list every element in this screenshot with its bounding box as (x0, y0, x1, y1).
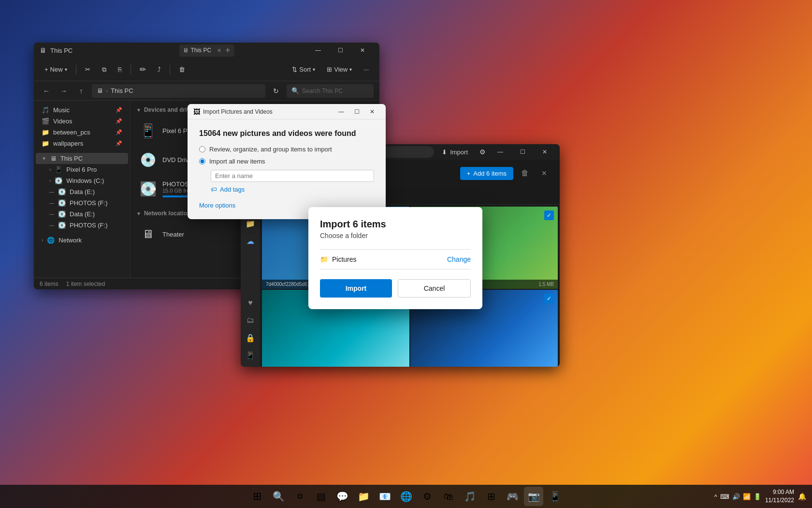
photos-minimize[interactable]: — (489, 144, 511, 160)
search-button[interactable]: 🔍 (269, 487, 288, 506)
sort-button[interactable]: ⇅ Sort ▾ (287, 62, 320, 77)
mail-taskbar-icon[interactable]: 📧 (375, 487, 394, 506)
photos-nav-lock[interactable]: 🔒 (243, 330, 258, 345)
edge-taskbar-icon[interactable]: 🌐 (396, 487, 416, 506)
tab-label: This PC (190, 47, 211, 54)
radio-option-review[interactable]: Review, organize, and group items to imp… (199, 146, 374, 153)
sidebar-label: PHOTOS (F:) (70, 222, 107, 229)
close-button[interactable]: ✕ (351, 43, 374, 58)
photos-close[interactable]: ✕ (534, 144, 556, 160)
sidebar-item-pixel6pro[interactable]: › 📱 Pixel 6 Pro (36, 164, 128, 175)
sidebar: 🎵 Music 📌 🎬 Videos 📌 📁 between_pcs 📌 📁 w… (34, 101, 130, 278)
paste-button[interactable]: ⎘ (113, 62, 127, 77)
network-icon[interactable]: 📶 (743, 493, 751, 500)
search-box[interactable]: 🔍 Search This PC (287, 84, 374, 98)
delete-button[interactable]: 🗑 (517, 165, 533, 181)
import-dialog-maximize[interactable]: ☐ (349, 105, 364, 119)
photos-settings-button[interactable]: ⚙ (476, 145, 489, 159)
back-button[interactable]: ← (40, 84, 53, 98)
change-folder-button[interactable]: Change (447, 255, 471, 263)
more-options-link[interactable]: More options (199, 202, 235, 209)
network-icon: 🌐 (47, 237, 55, 244)
sidebar-item-between-pcs[interactable]: 📁 between_pcs 📌 (36, 127, 128, 138)
view-button[interactable]: ⊞ View ▾ (322, 62, 357, 77)
delete-button[interactable]: 🗑 (174, 62, 190, 77)
chat-button[interactable]: 💬 (333, 487, 352, 506)
radio-option-import-all[interactable]: Import all new items (199, 158, 374, 165)
up-button[interactable]: ↑ (74, 84, 88, 98)
modal-folder-row: 📁 Pictures Change (320, 249, 471, 269)
volume-icon[interactable]: 🔊 (732, 493, 740, 500)
game-taskbar-icon[interactable]: 🎮 (503, 487, 522, 506)
new-tab-button[interactable]: + (225, 45, 231, 56)
radio-import-all[interactable] (199, 158, 205, 164)
modal-cancel-button[interactable]: Cancel (398, 279, 471, 298)
refresh-button[interactable]: ↻ (269, 84, 283, 98)
add-tags-row[interactable]: 🏷 Add tags (211, 186, 374, 193)
expand-icon[interactable]: ▼ (136, 211, 141, 216)
copy-button[interactable]: ⧉ (97, 62, 111, 77)
expand-icon: — (49, 189, 54, 194)
game-icon: 🎮 (507, 491, 519, 502)
sidebar-label: Videos (53, 118, 72, 125)
taskbar-center: ⊞ 🔍 ⧉ ▤ 💬 📁 📧 🌐 ⚙ 🛍 🎵 (247, 487, 565, 506)
store-taskbar-icon[interactable]: 🛍 (439, 487, 458, 506)
start-button[interactable]: ⊞ (247, 487, 267, 506)
sidebar-label: Data (E:) (70, 188, 95, 195)
taskbar-clock[interactable]: 9:00 AM 11/11/2022 (765, 488, 794, 505)
sidebar-item-photosf2[interactable]: — 💽 PHOTOS (F:) (36, 220, 128, 231)
sidebar-item-photosf[interactable]: — 💽 PHOTOS (F:) (36, 197, 128, 209)
expand-icon: — (49, 200, 54, 206)
import-dialog-minimize[interactable]: — (334, 105, 349, 119)
widgets-button[interactable]: ▤ (311, 487, 331, 506)
keyboard-icon: ⌨ (720, 493, 729, 500)
music-taskbar-icon[interactable]: 🎵 (460, 487, 479, 506)
sidebar-item-datae[interactable]: — 💽 Data (E:) (36, 186, 128, 197)
close-folder-button[interactable]: ✕ (536, 165, 552, 181)
forward-button[interactable]: → (57, 84, 71, 98)
apps-taskbar-icon[interactable]: ⊞ (481, 487, 501, 506)
expand-icon[interactable]: ▼ (136, 107, 141, 113)
photos-nav-import[interactable]: ☁ (243, 233, 258, 249)
phone-taskbar-icon[interactable]: 📱 (545, 487, 565, 506)
taskview-button[interactable]: ⧉ (290, 487, 309, 506)
photos-nav-heart[interactable]: ♥ (243, 295, 258, 311)
minimize-button[interactable]: — (307, 43, 329, 58)
sidebar-item-videos[interactable]: 🎬 Videos 📌 (36, 116, 128, 127)
chevron-up-icon[interactable]: ^ (714, 493, 717, 500)
photos-maximize[interactable]: ☐ (511, 144, 534, 160)
photos-nav-phone[interactable]: 📱 (243, 347, 258, 363)
modal-import-button[interactable]: Import (320, 279, 392, 298)
settings-taskbar-icon[interactable]: ⚙ (418, 487, 437, 506)
tab-close[interactable]: ✕ (217, 47, 221, 54)
photos-import-button[interactable]: ⬇ Import (436, 145, 474, 159)
rename-button[interactable]: ✏ (135, 62, 151, 77)
photo-check-4[interactable]: ✓ (544, 294, 554, 303)
sidebar-item-datae2[interactable]: — 💽 Data (E:) (36, 209, 128, 220)
explorer-taskbar-icon[interactable]: 📁 (354, 487, 373, 506)
notification-icon[interactable]: 🔔 (798, 493, 806, 500)
maximize-button[interactable]: ☐ (329, 43, 351, 58)
import-dialog-close[interactable]: ✕ (364, 105, 380, 119)
modal-subtitle: Choose a folder (320, 232, 471, 239)
name-input[interactable] (211, 170, 374, 182)
phone-icon: 📱 (55, 166, 62, 173)
new-button[interactable]: + New ▾ (40, 62, 72, 77)
add-items-button[interactable]: + Add 6 items (460, 167, 513, 180)
sidebar-item-wallpapers[interactable]: 📁 wallpapers 📌 (36, 138, 128, 149)
sidebar-item-thispc[interactable]: ▼ 🖥 This PC (36, 153, 128, 164)
cut-button[interactable]: ✂ (80, 62, 95, 77)
photo-size: 1.5 MB (538, 282, 554, 287)
sidebar-item-music[interactable]: 🎵 Music 📌 (36, 105, 128, 116)
sidebar-item-windowsc[interactable]: › 💽 Windows (C:) (36, 175, 128, 186)
battery-icon[interactable]: 🔋 (754, 493, 761, 500)
photos-taskbar-icon[interactable]: 📷 (524, 487, 543, 506)
share-button[interactable]: ⤴ (153, 62, 166, 77)
radio-review[interactable] (199, 146, 205, 152)
address-bar: ← → ↑ 🖥 › This PC ↻ 🔍 Search This PC (34, 81, 379, 101)
paste-icon: ⎘ (118, 66, 122, 73)
photos-nav-folders[interactable]: 🗂 (243, 313, 258, 328)
more-button[interactable]: ··· (359, 62, 374, 77)
address-path[interactable]: 🖥 › This PC (92, 84, 265, 98)
sidebar-item-network[interactable]: › 🌐 Network (36, 235, 128, 246)
